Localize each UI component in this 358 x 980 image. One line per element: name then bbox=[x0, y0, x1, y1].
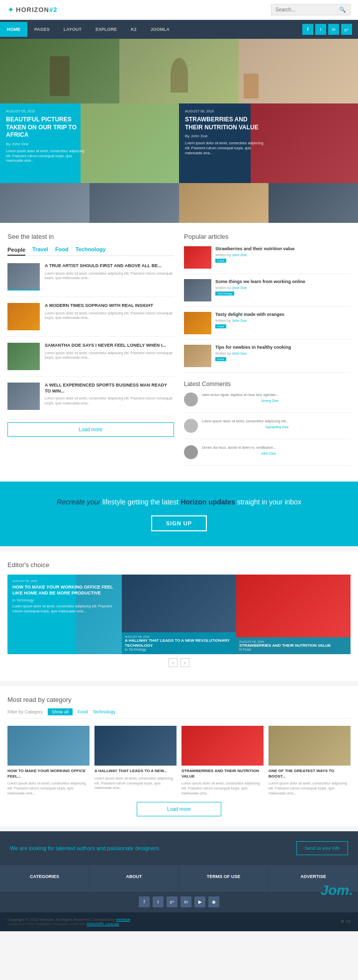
article-text: Lorem ipsum dolor sit amet, consectetur … bbox=[45, 351, 174, 361]
most-read-section: Most read by category Filter by Category… bbox=[0, 686, 358, 826]
copyright-bar: Copyright © 2015 Mintdue. All Rights Res… bbox=[0, 912, 358, 931]
editor-sub-cat: In Technology bbox=[125, 648, 233, 651]
social-twitter[interactable]: t bbox=[315, 24, 326, 35]
nav-item-k2[interactable]: K2 bbox=[124, 22, 144, 37]
article-title[interactable]: SAMANTHA DOE SAYS I NEVER FEEL LONELY WH… bbox=[45, 343, 174, 349]
most-read-thumb[interactable] bbox=[94, 726, 177, 766]
editor-sub-1[interactable]: AUGUST 08, 2016 A HALLWAY THAT LEADS TO … bbox=[122, 575, 236, 654]
thumb-3[interactable] bbox=[179, 183, 268, 223]
thumb-1[interactable] bbox=[0, 183, 90, 223]
hero-cell-3[interactable] bbox=[239, 39, 358, 103]
footer-social-twitter[interactable]: t bbox=[153, 896, 164, 907]
editor-sub-2[interactable]: AUGUST 08, 2016 STRAWBERRIES AND THEIR N… bbox=[236, 575, 351, 654]
signup-button[interactable]: SIGN UP bbox=[151, 515, 207, 531]
filter-all[interactable]: Show all bbox=[48, 708, 73, 715]
popular-meta: Written by John Doe bbox=[215, 319, 284, 322]
footer-nav-title: CATEGORIES bbox=[5, 874, 84, 879]
most-read-load-more[interactable]: Load more bbox=[137, 802, 221, 816]
hiring-banner: We are looking for talented authors and … bbox=[0, 831, 358, 865]
tab-food[interactable]: Food bbox=[55, 246, 69, 252]
right-column: Popular articles Strawberries and their … bbox=[184, 233, 351, 472]
load-more-button[interactable]: Load more bbox=[7, 422, 174, 437]
feature-right-excerpt: Lorem ipsum dolor sit amet, consectetur … bbox=[185, 141, 265, 155]
comments-title: Latest Comments bbox=[184, 381, 351, 388]
most-read-article-title[interactable]: HOW TO MAKE YOUR WORKING OFFICE FEEL... bbox=[7, 769, 90, 779]
article-thumb[interactable] bbox=[7, 383, 40, 410]
popular-cat-badge: Technology bbox=[215, 292, 234, 295]
feature-left-date: AUGUST 05, 2016 bbox=[6, 109, 90, 113]
nav-item-layout[interactable]: LAYOUT bbox=[57, 22, 89, 37]
filter-technology[interactable]: Technology bbox=[93, 709, 116, 714]
editor-main-article[interactable]: AUGUST 06, 2016 HOW TO MAKE YOUR WORKING… bbox=[7, 575, 122, 654]
tab-travel[interactable]: Travel bbox=[32, 246, 48, 252]
tab-people[interactable]: People bbox=[7, 247, 25, 256]
nav-item-joomla[interactable]: JOOMLA bbox=[144, 22, 177, 37]
popular-article-title[interactable]: Some things we learn from working online bbox=[215, 279, 305, 285]
nav-item-home[interactable]: HOME bbox=[0, 22, 27, 37]
most-read-article-title[interactable]: STRAWBERRIES AND THEIR NUTRITION VALUE bbox=[181, 769, 264, 779]
footer-social-youtube[interactable]: ▶ bbox=[194, 896, 205, 907]
designer-link[interactable]: mintdue bbox=[116, 917, 130, 922]
popular-thumb[interactable] bbox=[184, 345, 211, 367]
most-read-article-title[interactable]: A HALLWAY THAT LEADS TO A NEW... bbox=[94, 769, 177, 774]
editor-main-title: HOW TO MAKE YOUR WORKING OFFICE FEEL LIK… bbox=[12, 585, 117, 596]
next-arrow[interactable]: › bbox=[180, 658, 189, 667]
nav-item-explore[interactable]: EXPLORE bbox=[89, 22, 124, 37]
footer-social-linkedin[interactable]: in bbox=[180, 896, 191, 907]
license-link[interactable]: GNU/GPL License bbox=[87, 922, 119, 926]
article-content: A WELL EXPERIENCED SPORTS BUSINESS MAN R… bbox=[45, 383, 174, 410]
hero-cell-2[interactable] bbox=[119, 39, 239, 103]
footer-social-facebook[interactable]: f bbox=[139, 896, 150, 907]
footer-social-rss[interactable]: ◉ bbox=[208, 896, 219, 907]
copyright-text: Copyright © 2015 Mintdue. All Rights Res… bbox=[7, 917, 131, 926]
feature-left-excerpt: Lorem ipsum dolor sit amet, consectetur … bbox=[6, 149, 90, 163]
nav-item-pages[interactable]: PAGES bbox=[27, 22, 57, 37]
article-thumb[interactable] bbox=[7, 303, 40, 330]
comment-body: Lorem ipsum dolor sit amet, consectetur … bbox=[202, 419, 288, 433]
popular-article-title[interactable]: Tips for newbies in healthy cooking bbox=[215, 345, 291, 351]
popular-article-title[interactable]: Tasty delight made with oranges bbox=[215, 312, 284, 318]
feature-right[interactable]: AUGUST 08, 2016 STRAWBERRIES AND THEIR N… bbox=[179, 103, 358, 183]
comment-author[interactable]: John Doe bbox=[202, 452, 276, 455]
article-thumb[interactable] bbox=[7, 343, 40, 370]
article-content: A TRUE ARTIST SHOULD FIRST AND ABOVE ALL… bbox=[45, 263, 174, 291]
prev-arrow[interactable]: ‹ bbox=[169, 658, 178, 667]
search-icon[interactable]: 🔍 bbox=[339, 6, 346, 13]
hero-cell-1[interactable] bbox=[0, 39, 119, 103]
thumb-4[interactable] bbox=[268, 183, 358, 223]
popular-thumb[interactable] bbox=[184, 312, 211, 334]
latest-section: See the latest in People Travel Food Tec… bbox=[7, 233, 174, 472]
feature-left[interactable]: AUGUST 05, 2016 BEAUTIFUL PICTURES TAKEN… bbox=[0, 103, 179, 183]
article-item: A MODERN TIMES SOPRANO WITH REAL INSIGHT… bbox=[7, 303, 174, 337]
main-nav: HOME PAGES LAYOUT EXPLORE K2 JOOMLA f t … bbox=[0, 20, 358, 39]
social-gplus[interactable]: g+ bbox=[341, 24, 352, 35]
most-read-article-title[interactable]: ONE OF THE GREATEST WAYS TO BOOST... bbox=[268, 769, 351, 779]
most-read-thumb[interactable] bbox=[268, 726, 351, 766]
article-title[interactable]: A MODERN TIMES SOPRANO WITH REAL INSIGHT bbox=[45, 303, 174, 309]
comment-item: ulam lectus ligula, dapibus at risus sed… bbox=[184, 392, 351, 413]
comment-author[interactable]: Jimmy Doe bbox=[202, 399, 278, 402]
search-box[interactable]: 🔍 bbox=[271, 4, 351, 15]
most-read-thumb[interactable] bbox=[7, 726, 90, 766]
editor-main-date: AUGUST 06, 2016 bbox=[12, 580, 117, 583]
article-title[interactable]: A WELL EXPERIENCED SPORTS BUSINESS MAN R… bbox=[45, 383, 174, 394]
most-read-thumb[interactable] bbox=[181, 726, 264, 766]
logo[interactable]: ✦ HORIZON#2 bbox=[7, 5, 57, 14]
filter-food[interactable]: Food bbox=[78, 709, 88, 714]
popular-item: Tasty delight made with oranges Written … bbox=[184, 312, 351, 340]
send-info-button[interactable]: Send us your info bbox=[296, 841, 348, 855]
search-input[interactable] bbox=[275, 7, 339, 12]
article-title[interactable]: A TRUE ARTIST SHOULD FIRST AND ABOVE ALL… bbox=[45, 263, 174, 269]
popular-article-title[interactable]: Strawberries and their nutrition value bbox=[215, 246, 295, 252]
footer-social-gplus[interactable]: g+ bbox=[167, 896, 178, 907]
popular-cat-badge: Food bbox=[215, 324, 226, 328]
popular-thumb[interactable] bbox=[184, 279, 211, 301]
article-thumb[interactable] bbox=[7, 263, 40, 291]
social-linkedin[interactable]: in bbox=[328, 24, 339, 35]
popular-thumb[interactable] bbox=[184, 246, 211, 269]
tab-technology[interactable]: Technology bbox=[76, 246, 106, 252]
comment-author[interactable]: Samantha Doe bbox=[202, 425, 288, 429]
comment-text: Lorem ipsum dolor sit amet, consectetur … bbox=[202, 419, 288, 424]
social-facebook[interactable]: f bbox=[302, 24, 313, 35]
thumb-2[interactable] bbox=[90, 183, 179, 223]
